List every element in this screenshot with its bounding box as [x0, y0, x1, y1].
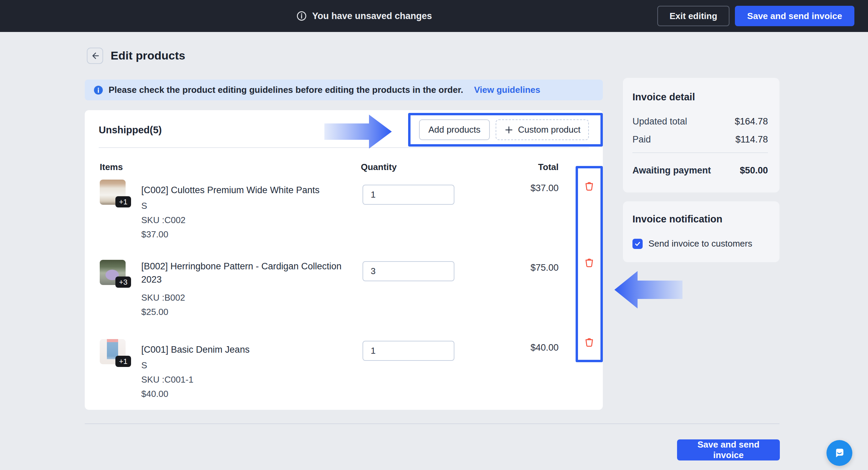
awaiting-payment-label: Awaiting payment — [632, 165, 711, 176]
quantity-input[interactable] — [363, 341, 454, 361]
column-header-items: Items — [100, 162, 123, 172]
annotation-arrow-left-icon — [614, 271, 682, 308]
custom-product-button[interactable]: Custom product — [496, 119, 589, 140]
banner-text: Please check the product editing guideli… — [109, 85, 463, 95]
send-invoice-checkbox[interactable] — [632, 239, 643, 249]
unsaved-changes-text: You have unsaved changes — [312, 11, 432, 21]
annotation-arrow-right-icon — [324, 115, 392, 149]
edit-products-page: You have unsaved changes Exit editing Sa… — [0, 0, 868, 470]
product-sku: SKU :C001-1 — [141, 374, 359, 385]
product-variant: S — [141, 200, 359, 211]
exit-editing-button[interactable]: Exit editing — [657, 6, 729, 26]
product-info: [C002] Culottes Premium Wide White Pants… — [141, 184, 359, 240]
invoice-notification-title: Invoice notification — [632, 214, 768, 225]
info-circle-icon — [296, 11, 307, 21]
check-icon — [634, 240, 641, 247]
product-price: $40.00 — [141, 388, 359, 399]
quantity-input[interactable] — [363, 185, 454, 205]
paid-value: $114.78 — [735, 134, 768, 145]
product-title: [B002] Herringbone Pattern - Cardigan Co… — [141, 260, 352, 286]
column-header-total: Total — [538, 162, 559, 172]
save-and-send-invoice-button-bottom[interactable]: Save and send invoice — [677, 439, 780, 460]
quantity-input[interactable] — [363, 261, 454, 281]
send-invoice-checkbox-label: Send invoice to customers — [648, 238, 752, 249]
product-info: [C001] Basic Denim Jeans S SKU :C001-1 $… — [141, 343, 359, 399]
updated-total-value: $164.78 — [735, 116, 768, 127]
thumbnail-count-badge: +1 — [115, 356, 131, 367]
product-variant: S — [141, 360, 359, 371]
trash-icon — [583, 336, 595, 348]
send-invoice-checkbox-row[interactable]: Send invoice to customers — [632, 238, 768, 249]
page-title: Edit products — [111, 49, 185, 62]
product-title: [C002] Culottes Premium Wide White Pants — [141, 184, 359, 197]
invoice-detail-card: Invoice detail Updated total $164.78 Pai… — [623, 78, 779, 192]
arrow-left-icon — [90, 51, 100, 61]
custom-product-label: Custom product — [518, 124, 581, 135]
row-total: $75.00 — [530, 263, 559, 273]
product-price: $37.00 — [141, 229, 359, 240]
awaiting-payment-value: $50.00 — [740, 165, 768, 176]
thumbnail-count-badge: +3 — [115, 276, 131, 288]
awaiting-payment-row: Awaiting payment $50.00 — [632, 165, 768, 176]
invoice-detail-divider — [632, 152, 768, 153]
row-total: $40.00 — [530, 342, 559, 353]
unsaved-changes-message: You have unsaved changes — [296, 0, 432, 32]
product-thumbnail: +1 — [100, 339, 126, 364]
product-sku: SKU :B002 — [141, 292, 359, 303]
plus-icon — [504, 125, 514, 135]
unshipped-products-card: Unshipped(5) Items Quantity Total +1 [C0… — [85, 110, 603, 410]
chat-messenger-button[interactable] — [826, 440, 852, 466]
thumbnail-count-badge: +1 — [115, 196, 131, 207]
topbar-actions: Exit editing Save and send invoice — [657, 6, 854, 26]
product-price: $25.00 — [141, 306, 359, 317]
updated-total-label: Updated total — [632, 116, 687, 127]
product-thumbnail: +1 — [100, 180, 126, 205]
topbar: You have unsaved changes Exit editing Sa… — [0, 0, 868, 32]
invoice-notification-card: Invoice notification Send invoice to cus… — [623, 201, 779, 262]
messenger-bubble-icon — [833, 446, 846, 460]
column-header-quantity: Quantity — [361, 162, 397, 172]
product-title: [C001] Basic Denim Jeans — [141, 343, 359, 356]
add-products-button[interactable]: Add products — [419, 119, 490, 140]
row-total: $37.00 — [530, 183, 559, 194]
invoice-detail-row: Paid $114.78 — [632, 134, 768, 145]
trash-icon — [583, 256, 595, 268]
unshipped-section-title: Unshipped(5) — [99, 124, 162, 136]
trash-icon — [583, 180, 595, 191]
delete-product-button[interactable] — [583, 256, 595, 268]
footer-divider — [85, 423, 779, 424]
product-info: [B002] Herringbone Pattern - Cardigan Co… — [141, 260, 359, 317]
delete-product-button[interactable] — [583, 180, 595, 191]
paid-label: Paid — [632, 134, 651, 145]
save-and-send-invoice-button-top[interactable]: Save and send invoice — [735, 6, 854, 26]
info-circle-filled-icon — [94, 85, 103, 95]
back-button[interactable] — [87, 48, 103, 64]
guidelines-banner: Please check the product editing guideli… — [85, 80, 603, 100]
invoice-detail-row: Updated total $164.78 — [632, 116, 768, 127]
product-sku: SKU :C002 — [141, 215, 359, 225]
delete-product-button[interactable] — [583, 336, 595, 348]
view-guidelines-link[interactable]: View guidelines — [474, 85, 541, 95]
product-thumbnail: +3 — [100, 260, 126, 285]
invoice-detail-title: Invoice detail — [632, 91, 768, 103]
